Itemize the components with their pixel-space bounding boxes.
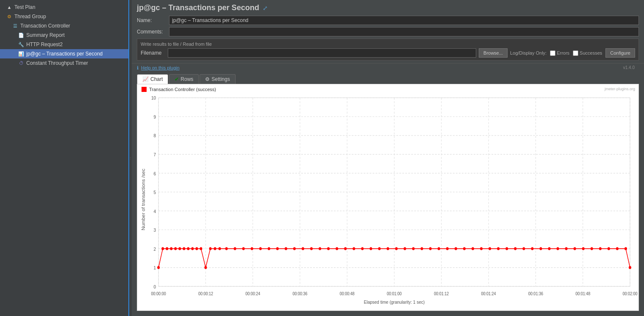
svg-point-105 <box>591 247 593 250</box>
svg-point-100 <box>548 247 550 250</box>
log-display-label: Log/Display Only: <box>510 50 547 55</box>
svg-text:00:00:24: 00:00:24 <box>245 291 261 297</box>
svg-point-97 <box>523 247 525 250</box>
svg-point-103 <box>574 247 576 250</box>
svg-point-69 <box>285 247 287 250</box>
name-input[interactable] <box>169 16 639 25</box>
header: jp@gc – Transactions per Second ⤢ Name: … <box>132 0 644 64</box>
jp-gc-icon: 📊 <box>18 50 25 57</box>
successes-checkbox[interactable] <box>573 50 578 56</box>
comments-input[interactable] <box>169 27 639 36</box>
sidebar-item-const-timer[interactable]: ⏱ Constant Throughput Timer <box>0 58 128 68</box>
svg-text:00:01:36: 00:01:36 <box>528 291 544 297</box>
svg-point-102 <box>565 247 567 250</box>
chart-legend: Transaction Controller (success) <box>137 84 638 93</box>
svg-point-75 <box>336 247 338 250</box>
errors-checkbox-label[interactable]: Errors <box>550 50 569 56</box>
svg-point-48 <box>162 247 164 250</box>
svg-point-82 <box>395 247 397 250</box>
svg-point-52 <box>179 247 181 250</box>
svg-point-76 <box>344 247 347 250</box>
chart-svg-container: Number of transactions /sec 10 9 8 <box>137 93 638 306</box>
svg-text:00:00:48: 00:00:48 <box>340 291 355 297</box>
svg-point-99 <box>540 247 542 250</box>
http-request-icon: 🔧 <box>18 41 25 48</box>
svg-point-54 <box>187 247 189 250</box>
legend-label: Transaction Controller (success) <box>149 87 216 92</box>
svg-point-107 <box>608 247 610 250</box>
svg-text:0: 0 <box>154 284 156 289</box>
sidebar-item-jp-gc[interactable]: 📊 jp@gc – Transactions per Second <box>0 49 128 58</box>
svg-text:00:01:00: 00:01:00 <box>387 291 402 297</box>
filename-input[interactable] <box>168 48 476 58</box>
svg-text:2: 2 <box>154 246 156 252</box>
svg-text:9: 9 <box>154 114 156 119</box>
info-icon: ℹ <box>137 65 139 70</box>
svg-point-89 <box>455 247 457 250</box>
name-label: Name: <box>137 17 167 23</box>
svg-text:3: 3 <box>154 227 156 233</box>
rows-tab-icon: ✔ <box>175 76 179 82</box>
tab-settings[interactable]: ⚙ Settings <box>200 74 235 84</box>
chart-tab-icon: 📈 <box>142 76 149 82</box>
svg-point-90 <box>463 247 465 250</box>
svg-point-86 <box>429 247 431 250</box>
tab-chart[interactable]: 📈 Chart <box>137 74 168 84</box>
svg-point-84 <box>412 247 414 250</box>
svg-point-85 <box>421 247 423 250</box>
svg-point-68 <box>276 247 278 250</box>
svg-point-55 <box>192 247 194 250</box>
browse-button[interactable]: Browse... <box>479 48 508 58</box>
successes-checkbox-label[interactable]: Successes <box>573 50 602 56</box>
errors-checkbox[interactable] <box>550 50 555 56</box>
settings-tab-icon: ⚙ <box>205 76 210 82</box>
svg-text:8: 8 <box>154 133 156 139</box>
svg-point-108 <box>616 247 618 250</box>
filename-label: Filename <box>141 50 165 56</box>
svg-text:4: 4 <box>154 208 156 214</box>
sidebar-item-test-plan[interactable]: ▲ Test Plan <box>0 3 128 12</box>
svg-point-109 <box>625 247 627 250</box>
svg-text:7: 7 <box>154 152 156 157</box>
svg-text:Number of transactions /sec: Number of transactions /sec <box>141 169 146 230</box>
svg-point-51 <box>175 247 177 250</box>
svg-point-104 <box>582 247 584 250</box>
version-text: v1.4.0 <box>623 65 639 70</box>
sidebar-item-http-request[interactable]: 🔧 HTTP Request2 <box>0 40 128 49</box>
sidebar-item-summary-report[interactable]: 📄 Summary Report <box>0 30 128 40</box>
expand-icon[interactable]: ⤢ <box>263 5 268 11</box>
svg-point-72 <box>311 247 313 250</box>
svg-text:1: 1 <box>154 265 156 271</box>
svg-point-88 <box>446 247 448 250</box>
svg-point-61 <box>219 247 221 250</box>
svg-point-71 <box>302 247 304 250</box>
svg-point-50 <box>170 247 172 250</box>
svg-text:00:01:24: 00:01:24 <box>481 291 497 297</box>
svg-point-59 <box>209 247 211 250</box>
help-link[interactable]: Help on this plugin <box>141 65 180 70</box>
svg-point-106 <box>599 247 601 250</box>
svg-point-77 <box>353 247 355 250</box>
jmeter-credit: jmeter-plugins.org <box>605 87 635 91</box>
const-timer-icon: ⏱ <box>18 60 25 67</box>
sidebar-item-thread-group[interactable]: ⚙ Thread Group <box>0 12 128 21</box>
comments-label: Comments: <box>137 29 167 35</box>
svg-point-80 <box>378 247 380 250</box>
svg-point-74 <box>328 247 330 250</box>
configure-button[interactable]: Configure <box>605 48 635 58</box>
svg-point-49 <box>166 247 168 250</box>
svg-point-87 <box>438 247 440 250</box>
chart-svg: Number of transactions /sec 10 9 8 <box>137 93 638 306</box>
svg-point-53 <box>183 247 185 250</box>
svg-point-81 <box>387 247 389 250</box>
svg-point-63 <box>234 247 236 250</box>
svg-text:Elapsed time (granularity: 1 s: Elapsed time (granularity: 1 sec) <box>364 299 425 305</box>
log-options: Log/Display Only: Errors Successes Confi… <box>510 48 635 58</box>
svg-text:5: 5 <box>154 189 156 195</box>
svg-point-96 <box>514 247 516 250</box>
help-row: ℹ Help on this plugin v1.4.0 <box>132 64 644 72</box>
tab-rows[interactable]: ✔ Rows <box>169 74 199 84</box>
transaction-controller-icon: ☰ <box>12 22 19 29</box>
sidebar-item-transaction-controller[interactable]: ☰ Transaction Controller <box>0 21 128 30</box>
svg-point-83 <box>404 247 406 250</box>
